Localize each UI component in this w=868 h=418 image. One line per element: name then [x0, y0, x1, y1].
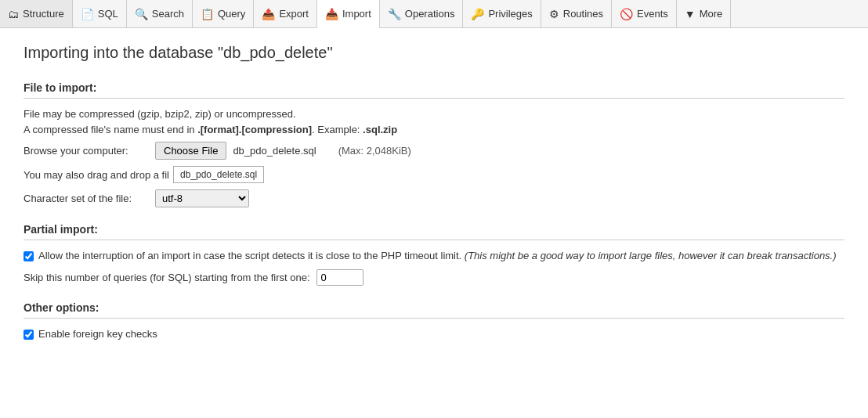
export-icon: 📤 — [262, 8, 275, 20]
file-info-prefix: A compressed file's name must end in — [24, 124, 197, 135]
foreign-key-checkbox-row: Enable foreign key checks — [24, 328, 844, 340]
charset-select[interactable]: utf-8 utf-16 latin1 ascii — [155, 189, 249, 207]
operations-icon: 🔧 — [388, 8, 401, 20]
skip-input[interactable] — [316, 269, 363, 286]
nav-export-label: Export — [279, 8, 309, 20]
import-icon: 📥 — [325, 8, 338, 20]
other-options-section-title: Other options: — [24, 301, 844, 319]
partial-import-section-title: Partial import: — [24, 223, 844, 240]
nav-routines[interactable]: ⚙ Routines — [541, 0, 612, 27]
main-content: Importing into the database "db_pdo_dele… — [0, 28, 868, 371]
charset-label: Character set of the file: — [24, 193, 149, 204]
events-icon: 🚫 — [620, 8, 633, 20]
browse-label: Browse your computer: — [24, 145, 149, 157]
privileges-icon: 🔑 — [471, 8, 484, 20]
choose-file-button[interactable]: Choose File — [155, 142, 226, 160]
drag-drop-tooltip: db_pdo_delete.sql — [173, 166, 264, 183]
query-icon: 📋 — [201, 8, 214, 20]
foreign-key-checkbox[interactable] — [24, 330, 34, 340]
page-title: Importing into the database "db_pdo_dele… — [24, 44, 844, 62]
interrupt-checkbox[interactable] — [24, 251, 34, 261]
partial-import-section: Partial import: Allow the interruption o… — [24, 223, 844, 286]
interrupt-label-italic: (This might be a good way to import larg… — [461, 250, 836, 261]
browse-row: Browse your computer: Choose File db_pdo… — [24, 142, 844, 160]
drag-drop-row: You may also drag and drop a fil db_pdo_… — [24, 166, 844, 183]
sql-icon: 📄 — [81, 8, 94, 20]
nav-routines-label: Routines — [563, 8, 603, 20]
structure-icon: 🗂 — [8, 8, 19, 20]
nav-more[interactable]: ▼ More — [677, 0, 731, 27]
nav-search-label: Search — [152, 8, 184, 20]
file-info-line1: File may be compressed (gzip, bzip2, zip… — [24, 108, 844, 120]
nav-sql[interactable]: 📄 SQL — [73, 0, 127, 27]
file-info-example: .sql.zip — [363, 124, 397, 135]
skip-label: Skip this number of queries (for SQL) st… — [24, 272, 310, 283]
interrupt-label: Allow the interruption of an import in c… — [38, 250, 837, 261]
nav-privileges-label: Privileges — [488, 8, 532, 20]
file-import-section: File to import: File may be compressed (… — [24, 81, 844, 207]
file-max-size: (Max: 2,048KiB) — [338, 145, 411, 157]
file-import-section-title: File to import: — [24, 81, 844, 99]
foreign-key-label: Enable foreign key checks — [38, 328, 157, 340]
nav-operations[interactable]: 🔧 Operations — [380, 0, 464, 27]
routines-icon: ⚙ — [549, 8, 559, 20]
file-info-line2: A compressed file's name must end in .[f… — [24, 124, 844, 135]
search-icon: 🔍 — [135, 8, 148, 20]
top-navigation: 🗂 Structure 📄 SQL 🔍 Search 📋 Query 📤 Exp… — [0, 0, 868, 28]
nav-query[interactable]: 📋 Query — [193, 0, 254, 27]
nav-import[interactable]: 📥 Import — [317, 0, 380, 28]
more-dropdown-icon: ▼ — [685, 8, 696, 20]
skip-row: Skip this number of queries (for SQL) st… — [24, 269, 844, 286]
file-info-format: .[format].[compression] — [197, 124, 312, 135]
nav-events-label: Events — [637, 8, 668, 20]
interrupt-label-text: Allow the interruption of an import in c… — [38, 250, 461, 261]
drag-drop-label: You may also drag and drop a fil — [24, 169, 169, 181]
nav-privileges[interactable]: 🔑 Privileges — [463, 0, 541, 27]
nav-events[interactable]: 🚫 Events — [612, 0, 677, 27]
file-name-display: db_pdo_delete.sql — [233, 145, 316, 157]
nav-query-label: Query — [218, 8, 245, 20]
nav-export[interactable]: 📤 Export — [254, 0, 317, 27]
file-info-suffix: . Example: — [312, 124, 363, 135]
nav-import-label: Import — [342, 8, 371, 20]
nav-structure[interactable]: 🗂 Structure — [0, 0, 73, 27]
nav-sql-label: SQL — [98, 8, 118, 20]
other-options-section: Other options: Enable foreign key checks — [24, 301, 844, 340]
nav-more-label: More — [700, 8, 723, 20]
interrupt-checkbox-row: Allow the interruption of an import in c… — [24, 250, 844, 261]
nav-operations-label: Operations — [405, 8, 455, 20]
nav-structure-label: Structure — [23, 8, 64, 20]
nav-search[interactable]: 🔍 Search — [127, 0, 193, 27]
charset-row: Character set of the file: utf-8 utf-16 … — [24, 189, 844, 207]
